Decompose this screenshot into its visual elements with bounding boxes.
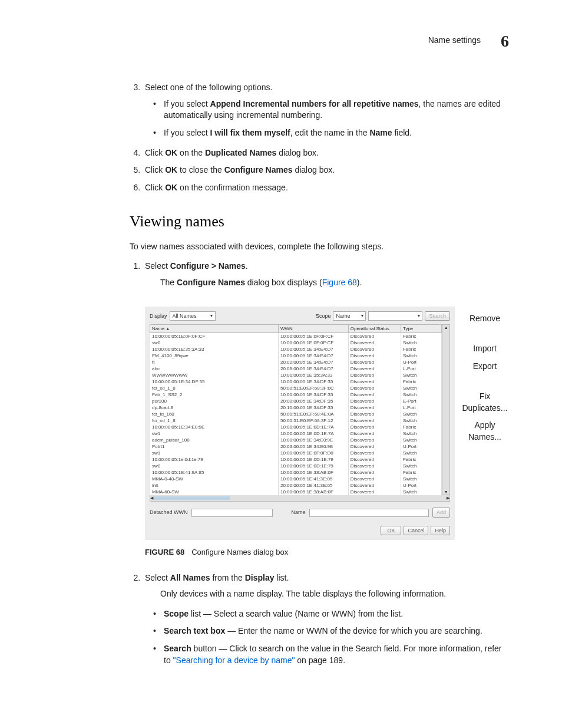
figure-link[interactable]: Figure 68 (322, 278, 357, 287)
table-row[interactable]: 10:00:00:05:1E:34:DF:3510:00:00:05:1E:34… (150, 378, 442, 385)
table-row[interactable]: fcr_xd_1_850:00:51:E0:EF:68:3F:12Discove… (150, 417, 442, 424)
steps-list-a: Select one of the following options. If … (130, 82, 509, 193)
table-row[interactable]: dp-8cad-820:10:00:05:1E:34:DF:35Discover… (150, 404, 442, 411)
fix-duplicates-button[interactable]: Fix Duplicates... (461, 390, 509, 414)
remove-button[interactable]: Remove (461, 312, 509, 325)
scope-dropdown[interactable]: Name (333, 311, 366, 321)
col-type[interactable]: Type (401, 325, 441, 333)
scroll-right-icon[interactable]: ▶ (447, 495, 449, 501)
table-row[interactable]: 10:00:00:05:1E:0F:0F:CF10:00:00:05:1E:0F… (150, 333, 442, 340)
col-status[interactable]: Operational Status (348, 325, 401, 333)
name-input[interactable] (309, 509, 429, 517)
sort-asc-icon: ▲ (166, 327, 170, 331)
info-bullet-scope: Scope list — Select a search value (Name… (164, 608, 509, 620)
display-label: Display (150, 312, 167, 320)
table-row[interactable]: sw010:00:00:05:1E:0D:1E:79DiscoveredSwit… (150, 463, 442, 469)
table-row[interactable]: sw110:00:00:05:1E:0D:1E:7ADiscoveredSwit… (150, 430, 442, 437)
display-dropdown[interactable]: All Names (170, 311, 216, 321)
table-row[interactable]: 10:00:00:05:1E:35:3A:3310:00:00:05:1E:34… (150, 346, 442, 353)
steps-list-b: Select Configure > Names. The Configure … (130, 261, 509, 666)
name-label: Name (292, 509, 306, 516)
export-button[interactable]: Export (461, 360, 509, 373)
info-bullet-searchbox: Search text box — Enter the name or WWN … (164, 625, 509, 637)
search-button[interactable]: Search (425, 311, 450, 321)
step3-bullet1: If you select Append Incremental numbers… (164, 98, 509, 121)
help-button[interactable]: Help (431, 526, 450, 536)
table-row[interactable]: MMA-0-40-SW10:00:00:05:1E:41:3E:05Discov… (150, 476, 442, 482)
page-header: Name settings 6 (130, 29, 509, 52)
step-b2: Select All Names from the Display list. … (143, 572, 509, 667)
table-row[interactable]: init20:00:00:05:1E:41:3E:05DiscoveredU-P… (150, 482, 442, 489)
table-row[interactable]: fcr_xd_1_850:00:51:E0:EF:68:3F:0CDiscove… (150, 385, 442, 391)
chapter-number: 6 (501, 29, 509, 52)
table-row[interactable]: FM_4100_89qwe10:00:00:05:1E:34:E4:D7Disc… (150, 353, 442, 359)
scope-value-dropdown[interactable] (368, 311, 422, 321)
table-row[interactable]: 10:00:00:05:1e:0d:1e:7910:00:00:05:1E:0D… (150, 456, 442, 463)
header-section: Name settings (428, 35, 481, 47)
scroll-up-icon[interactable]: ▲ (444, 325, 448, 331)
configure-names-dialog: Display All Names Scope Name Search Name… (145, 297, 509, 545)
step-6: Click OK on the confirmation message. (143, 182, 509, 194)
col-name[interactable]: Name▲ (150, 325, 279, 333)
table-row[interactable]: adcm_pulsar_10810:00:00:05:1E:34:E0:9EDi… (150, 437, 442, 443)
table-row[interactable]: sw010:00:00:05:1E:0F:0F:CFDiscoveredSwit… (150, 340, 442, 346)
apply-names-button[interactable]: Apply Names... (461, 419, 509, 443)
side-button-panel: Remove Import Export Fix Duplicates... A… (461, 297, 509, 444)
table-row[interactable]: sw110:00:00:05:1E:0F:0F:D0DiscoveredSwit… (150, 450, 442, 456)
horizontal-scrollbar[interactable]: ◀ ▶ (150, 495, 450, 502)
step-5: Click OK to close the Configure Names di… (143, 164, 509, 176)
detached-wwn-input[interactable] (191, 509, 273, 517)
col-wwn[interactable]: WWN (278, 325, 348, 333)
section-heading: Viewing names (130, 211, 509, 232)
cancel-button[interactable]: Cancel (404, 526, 428, 536)
table-row[interactable]: por10020:00:00:05:1E:34:DF:35DiscoveredE… (150, 398, 442, 404)
ok-button[interactable]: OK (381, 526, 401, 536)
scroll-left-icon[interactable]: ◀ (150, 495, 153, 501)
import-button[interactable]: Import (461, 342, 509, 355)
section-intro: To view names associated with devices, c… (130, 241, 509, 253)
table-row[interactable]: Potrt120:03:00:05:1E:34:E0:9EDiscoveredU… (150, 443, 442, 450)
table-row[interactable]: tt20:02:00:05:1E:34:E4:D7DiscoveredU-Por… (150, 359, 442, 365)
figure-caption: FIGURE 68Configure Names dialog box (145, 547, 509, 558)
names-table: Name▲ WWN Operational Status Type 10:00:… (150, 324, 442, 495)
table-row[interactable]: WWWWWWWW10:00:00:05:1E:35:3A:33Discovere… (150, 372, 442, 378)
table-row[interactable]: fcr_fd_16050:00:51:E0:EF:68:4E:0ADiscove… (150, 411, 442, 417)
vertical-scrollbar[interactable]: ▲ ▼ (442, 324, 450, 495)
search-reference-link[interactable]: "Searching for a device by name" (173, 655, 295, 665)
step-4: Click OK on the Duplicated Names dialog … (143, 147, 509, 159)
step-3: Select one of the following options. If … (143, 82, 509, 139)
scroll-down-icon[interactable]: ▼ (444, 489, 448, 495)
info-bullet-searchbtn: Search button — Click to search on the v… (164, 643, 509, 666)
step-b1: Select Configure > Names. The Configure … (143, 261, 509, 558)
step3-bullet2: If you select I will fix them myself, ed… (164, 127, 509, 139)
add-button[interactable]: Add (432, 508, 450, 518)
scope-label: Scope (316, 312, 331, 320)
table-row[interactable]: Fab_1_SS2_210:00:00:05:1E:34:DF:35Discov… (150, 391, 442, 398)
table-row[interactable]: abc20:08:00:05:1E:34:E4:D7DiscoveredL-Po… (150, 365, 442, 372)
table-row[interactable]: 10:00:00:05:1E:34:E0:9E10:00:00:05:1E:0D… (150, 424, 442, 430)
detached-wwn-label: Detached WWN (150, 509, 188, 516)
table-row[interactable]: 10:00:00:05:1E:41:9A:8510:00:00:05:1E:38… (150, 469, 442, 476)
table-row[interactable]: MMA-60-SW10:00:00:05:1E:38:AB:0FDiscover… (150, 489, 442, 495)
